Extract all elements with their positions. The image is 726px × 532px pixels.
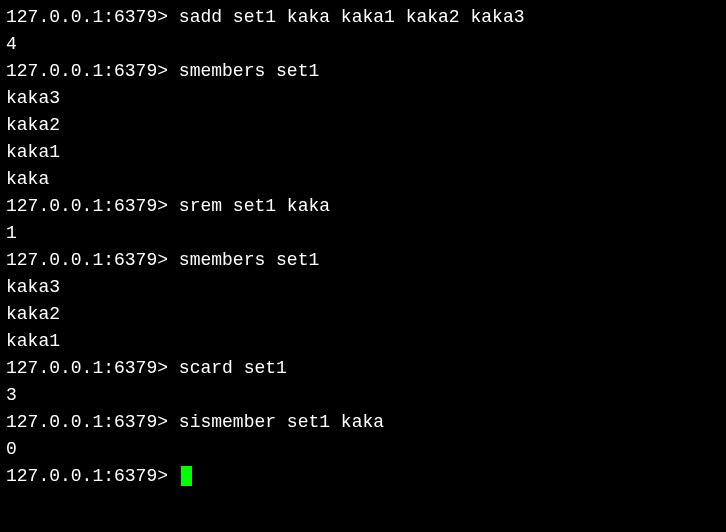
terminal-line: kaka2 — [6, 112, 720, 139]
terminal-line: 127.0.0.1:6379> sadd set1 kaka kaka1 kak… — [6, 4, 720, 31]
prompt: 127.0.0.1:6379> — [6, 196, 179, 216]
terminal-line: 1 — [6, 220, 720, 247]
terminal-line: 0 — [6, 436, 720, 463]
output-text: 1 — [6, 223, 17, 243]
command-text: scard set1 — [179, 358, 287, 378]
terminal-line: 4 — [6, 31, 720, 58]
terminal-line: kaka2 — [6, 301, 720, 328]
command-text: smembers set1 — [179, 250, 319, 270]
output-text: kaka2 — [6, 304, 60, 324]
output-text: kaka1 — [6, 331, 60, 351]
prompt: 127.0.0.1:6379> — [6, 466, 179, 486]
command-text: srem set1 kaka — [179, 196, 330, 216]
output-text: 0 — [6, 439, 17, 459]
output-text: kaka3 — [6, 277, 60, 297]
terminal-line: 127.0.0.1:6379> — [6, 463, 720, 490]
terminal-line: 127.0.0.1:6379> srem set1 kaka — [6, 193, 720, 220]
prompt: 127.0.0.1:6379> — [6, 61, 179, 81]
terminal-line: 127.0.0.1:6379> smembers set1 — [6, 58, 720, 85]
cursor-block — [181, 466, 192, 486]
command-text: sadd set1 kaka kaka1 kaka2 kaka3 — [179, 7, 525, 27]
terminal-line: kaka3 — [6, 274, 720, 301]
prompt: 127.0.0.1:6379> — [6, 412, 179, 432]
terminal-line: 3 — [6, 382, 720, 409]
terminal-line: kaka3 — [6, 85, 720, 112]
output-text: kaka3 — [6, 88, 60, 108]
prompt: 127.0.0.1:6379> — [6, 250, 179, 270]
output-text: 4 — [6, 34, 17, 54]
prompt: 127.0.0.1:6379> — [6, 358, 179, 378]
terminal-line: kaka — [6, 166, 720, 193]
output-text: kaka2 — [6, 115, 60, 135]
terminal-line: kaka1 — [6, 328, 720, 355]
output-text: kaka1 — [6, 142, 60, 162]
command-text: sismember set1 kaka — [179, 412, 384, 432]
command-text: smembers set1 — [179, 61, 319, 81]
terminal-line: 127.0.0.1:6379> smembers set1 — [6, 247, 720, 274]
terminal-output[interactable]: 127.0.0.1:6379> sadd set1 kaka kaka1 kak… — [6, 4, 720, 490]
output-text: 3 — [6, 385, 17, 405]
prompt: 127.0.0.1:6379> — [6, 7, 179, 27]
terminal-line: 127.0.0.1:6379> scard set1 — [6, 355, 720, 382]
terminal-line: kaka1 — [6, 139, 720, 166]
output-text: kaka — [6, 169, 49, 189]
terminal-line: 127.0.0.1:6379> sismember set1 kaka — [6, 409, 720, 436]
